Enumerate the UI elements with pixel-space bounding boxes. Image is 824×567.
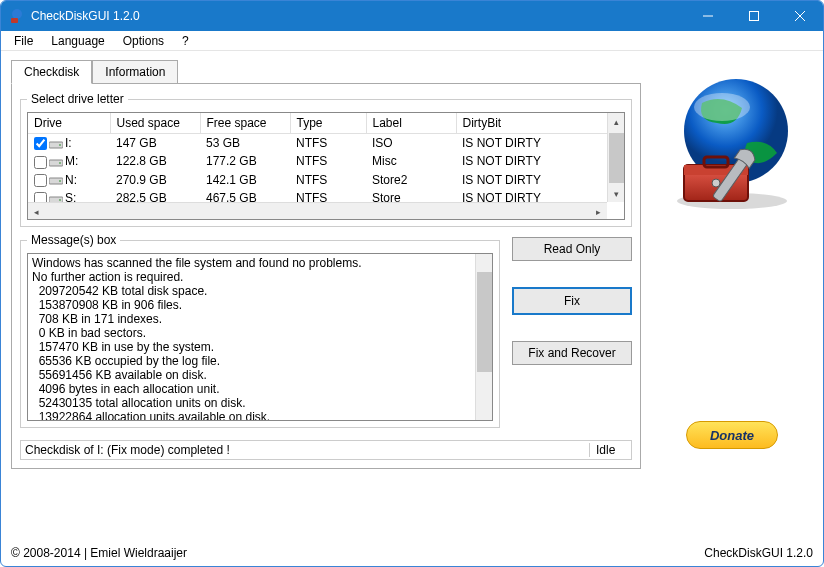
message-legend: Message(s) box <box>27 233 120 247</box>
copyright: © 2008-2014 | Emiel Wieldraaijer <box>11 546 704 560</box>
col-type[interactable]: Type <box>290 113 366 134</box>
close-button[interactable] <box>777 1 823 31</box>
globe-toolbox-icon <box>662 73 802 216</box>
tab-strip: Checkdisk Information <box>11 59 641 83</box>
cell-free: 177.2 GB <box>200 152 290 170</box>
scroll-up-icon[interactable]: ▴ <box>608 113 625 130</box>
svg-point-7 <box>59 144 61 146</box>
drive-icon <box>49 139 63 149</box>
col-drive[interactable]: Drive <box>28 113 110 134</box>
message-line: 157470 KB in use by the system. <box>32 340 488 354</box>
cell-used: 147 GB <box>110 134 200 153</box>
cell-type: NTFS <box>290 171 366 189</box>
message-line: 0 KB in bad sectors. <box>32 326 488 340</box>
table-row[interactable]: N:270.9 GB142.1 GBNTFSStore2IS NOT DIRTY <box>28 171 624 189</box>
svg-point-9 <box>59 162 61 164</box>
scroll-thumb[interactable] <box>609 133 624 183</box>
svg-rect-3 <box>750 12 759 21</box>
col-free[interactable]: Free space <box>200 113 290 134</box>
cell-free: 142.1 GB <box>200 171 290 189</box>
donate-button[interactable]: Donate <box>686 421 778 449</box>
status-bar: Checkdisk of I: (Fix mode) completed ! I… <box>20 440 632 460</box>
drive-table-wrap: Drive Used space Free space Type Label D… <box>27 112 625 220</box>
drive-fieldset: Select drive letter Drive Used space Fre… <box>20 92 632 227</box>
menubar: File Language Options ? <box>1 31 823 51</box>
cell-dirty: IS NOT DIRTY <box>456 134 624 153</box>
message-fieldset: Message(s) box Windows has scanned the f… <box>20 233 500 428</box>
tab-panel-checkdisk: Select drive letter Drive Used space Fre… <box>11 83 641 469</box>
scroll-left-icon[interactable]: ◂ <box>28 203 45 220</box>
drive-icon <box>49 157 63 167</box>
readonly-button[interactable]: Read Only <box>512 237 632 261</box>
message-line: Windows has scanned the file system and … <box>32 256 488 270</box>
drive-letter: M: <box>65 154 78 168</box>
tab-checkdisk[interactable]: Checkdisk <box>11 60 92 84</box>
footer-version: CheckDiskGUI 1.2.0 <box>704 546 813 560</box>
menu-language[interactable]: Language <box>44 33 111 49</box>
svg-point-0 <box>12 9 22 19</box>
drive-checkbox[interactable] <box>34 156 47 169</box>
menu-help[interactable]: ? <box>175 33 196 49</box>
table-row[interactable]: I:147 GB53 GBNTFSISOIS NOT DIRTY <box>28 134 624 153</box>
drive-icon <box>49 175 63 185</box>
message-line: 65536 KB occupied by the log file. <box>32 354 488 368</box>
message-line: 153870908 KB in 906 files. <box>32 298 488 312</box>
message-line: 708 KB in 171 indexes. <box>32 312 488 326</box>
message-line: 13922864 allocation units available on d… <box>32 410 488 421</box>
col-dirty[interactable]: DirtyBit <box>456 113 624 134</box>
svg-point-20 <box>712 179 720 187</box>
fix-button[interactable]: Fix <box>512 287 632 315</box>
svg-rect-1 <box>11 18 18 23</box>
message-line: 55691456 KB available on disk. <box>32 368 488 382</box>
status-text: Checkdisk of I: (Fix mode) completed ! <box>25 443 589 457</box>
scroll-right-icon[interactable]: ▸ <box>590 203 607 220</box>
message-line: No further action is required. <box>32 270 488 284</box>
drive-vscroll[interactable]: ▴ ▾ <box>607 113 624 202</box>
app-icon <box>9 8 25 24</box>
message-vscroll[interactable] <box>475 254 492 420</box>
drive-letter: N: <box>65 173 77 187</box>
cell-used: 122.8 GB <box>110 152 200 170</box>
table-row[interactable]: M:122.8 GB177.2 GBNTFSMiscIS NOT DIRTY <box>28 152 624 170</box>
svg-point-16 <box>694 93 750 121</box>
cell-dirty: IS NOT DIRTY <box>456 152 624 170</box>
drive-hscroll[interactable]: ◂ ▸ <box>28 202 607 219</box>
footer: © 2008-2014 | Emiel Wieldraaijer CheckDi… <box>11 546 813 560</box>
action-column: Read Only Fix Fix and Recover <box>512 233 632 434</box>
fix-recover-button[interactable]: Fix and Recover <box>512 341 632 365</box>
message-scroll-thumb[interactable] <box>477 272 492 372</box>
message-box[interactable]: Windows has scanned the file system and … <box>27 253 493 421</box>
message-line: 4096 bytes in each allocation unit. <box>32 382 488 396</box>
col-label[interactable]: Label <box>366 113 456 134</box>
cell-label: ISO <box>366 134 456 153</box>
cell-type: NTFS <box>290 152 366 170</box>
minimize-button[interactable] <box>685 1 731 31</box>
menu-options[interactable]: Options <box>116 33 171 49</box>
col-used[interactable]: Used space <box>110 113 200 134</box>
cell-used: 270.9 GB <box>110 171 200 189</box>
drive-legend: Select drive letter <box>27 92 128 106</box>
titlebar: CheckDiskGUI 1.2.0 <box>1 1 823 31</box>
maximize-button[interactable] <box>731 1 777 31</box>
scroll-down-icon[interactable]: ▾ <box>608 185 625 202</box>
svg-point-13 <box>59 199 61 201</box>
drive-letter: I: <box>65 136 72 150</box>
message-line: 209720542 KB total disk space. <box>32 284 488 298</box>
cell-free: 53 GB <box>200 134 290 153</box>
cell-label: Misc <box>366 152 456 170</box>
drive-checkbox[interactable] <box>34 137 47 150</box>
window-title: CheckDiskGUI 1.2.0 <box>31 9 685 23</box>
cell-type: NTFS <box>290 134 366 153</box>
cell-label: Store2 <box>366 171 456 189</box>
message-line: 52430135 total allocation units on disk. <box>32 396 488 410</box>
cell-dirty: IS NOT DIRTY <box>456 171 624 189</box>
tab-information[interactable]: Information <box>92 60 178 84</box>
drive-table: Drive Used space Free space Type Label D… <box>28 113 624 207</box>
menu-file[interactable]: File <box>7 33 40 49</box>
svg-point-11 <box>59 180 61 182</box>
drive-checkbox[interactable] <box>34 174 47 187</box>
status-idle: Idle <box>589 443 627 457</box>
